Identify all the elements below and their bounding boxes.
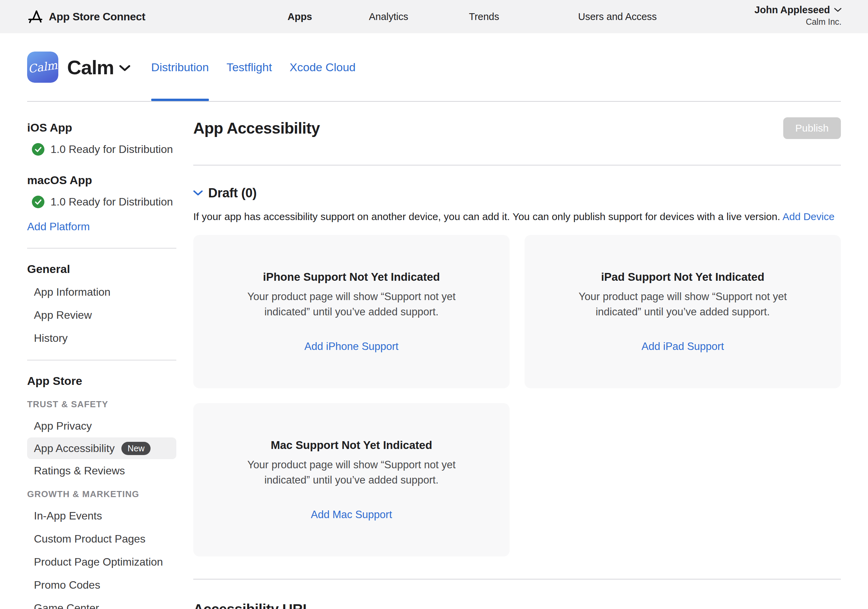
card-iphone-support-not-yet-indicated: iPhone Support Not Yet IndicatedYour pro… [193,235,510,388]
sidebar-item-app-privacy[interactable]: App Privacy [27,419,176,433]
page-title: App Accessibility [193,119,320,137]
sidebar-item-label: Ratings & Reviews [34,465,125,477]
card-title: Mac Support Not Yet Indicated [271,439,432,452]
add-iphone-support-link[interactable]: Add iPhone Support [304,341,399,353]
chevron-down-icon [834,8,842,12]
app-tabs: DistributionTestflightXcode Cloud [151,60,356,74]
sidebar-item-app-review[interactable]: App Review [27,308,176,322]
user-menu: John Appleseed Calm Inc. [755,5,842,27]
platform-status-ios-app[interactable]: 1.0 Ready for Distribution [27,143,176,156]
sidebar-item-product-page-optimization[interactable]: Product Page Optimization [27,555,176,569]
draft-collapse-chevron-icon[interactable] [193,190,203,196]
section-divider [193,579,841,580]
user-name: John Appleseed [755,5,830,15]
sidebar-group-label-growth-marketing: GROWTH & MARKETING [27,489,176,499]
add-mac-support-link[interactable]: Add Mac Support [311,508,392,521]
main-divider [193,165,841,166]
sidebar-general-items: App InformationApp ReviewHistory [27,285,176,345]
app-title: Calm [67,56,114,79]
sidebar-item-app-accessibility[interactable]: App AccessibilityNew [27,437,176,459]
sidebar-divider [27,360,176,361]
card-body: Your product page will show “Support not… [567,289,798,319]
ready-check-icon [32,143,44,156]
user-org: Calm Inc. [755,17,842,27]
calm-app-icon-art: Calm [27,51,58,83]
nav-trends[interactable]: Trends [469,0,499,33]
add-device-link[interactable]: Add Device [783,211,834,222]
topbar-nav: AppsAnalyticsTrendsUsers and Access [0,0,868,33]
card-body: Your product page will show “Support not… [236,289,467,319]
sidebar-item-label: Game Center [34,602,99,609]
nav-analytics[interactable]: Analytics [369,0,408,33]
user-name-button[interactable]: John Appleseed [755,5,842,15]
add-platform-link[interactable]: Add Platform [27,220,90,233]
sidebar-heading-general: General [27,262,176,276]
sidebar-item-custom-product-pages[interactable]: Custom Product Pages [27,532,176,545]
card-title: iPad Support Not Yet Indicated [601,271,764,284]
publish-button[interactable]: Publish [783,117,841,139]
card-ipad-support-not-yet-indicated: iPad Support Not Yet IndicatedYour produ… [524,235,841,388]
topbar: App Store Connect AppsAnalyticsTrendsUse… [0,0,868,33]
sidebar-item-label: Product Page Optimization [34,556,163,568]
platform-heading-macos-app: macOS App [27,173,176,187]
sidebar: iOS App1.0 Ready for DistributionmacOS A… [27,102,176,609]
platform-status-label: 1.0 Ready for Distribution [51,196,173,208]
accessibility-url-heading: Accessibility URL [193,601,841,609]
sidebar-item-app-information[interactable]: App Information [27,285,176,299]
sidebar-item-game-center[interactable]: Game Center [27,601,176,609]
platform-status-macos-app[interactable]: 1.0 Ready for Distribution [27,196,176,208]
tab-xcode-cloud[interactable]: Xcode Cloud [290,60,356,74]
sidebar-item-promo-codes[interactable]: Promo Codes [27,578,176,592]
sidebar-divider [27,248,176,248]
platform-status-label: 1.0 Ready for Distribution [51,143,173,156]
ready-check-icon [32,196,44,208]
sidebar-item-label: Custom Product Pages [34,533,146,545]
tab-testflight[interactable]: Testflight [226,60,272,74]
platform-heading-ios-app: iOS App [27,121,176,134]
draft-description: If your app has accessibility support on… [193,210,841,223]
nav-users-and-access[interactable]: Users and Access [578,0,657,33]
draft-heading: Draft (0) [208,186,257,200]
sidebar-platforms: iOS App1.0 Ready for DistributionmacOS A… [27,121,176,208]
tab-distribution[interactable]: Distribution [151,60,209,74]
page: App Store Connect AppsAnalyticsTrendsUse… [0,0,868,609]
new-badge: New [121,442,150,455]
card-mac-support-not-yet-indicated: Mac Support Not Yet IndicatedYour produc… [193,403,510,556]
sidebar-item-in-app-events[interactable]: In-App Events [27,509,176,522]
sidebar-group-label-trust-safety: TRUST & SAFETY [27,399,176,410]
sidebar-item-label: Promo Codes [34,579,100,591]
sidebar-groups: TRUST & SAFETYApp PrivacyApp Accessibili… [27,399,176,609]
support-cards: iPhone Support Not Yet IndicatedYour pro… [193,235,841,556]
calm-app-icon[interactable]: Calm [27,51,58,83]
card-title: iPhone Support Not Yet Indicated [263,271,440,284]
app-header: Calm Calm DistributionTestflightXcode Cl… [27,33,841,102]
sidebar-item-label: App Accessibility [34,442,115,455]
sidebar-item-history[interactable]: History [27,331,176,345]
app-switcher-chevron-icon[interactable] [119,65,130,73]
add-ipad-support-link[interactable]: Add iPad Support [642,341,724,353]
sidebar-heading-app-store: App Store [27,374,176,387]
draft-description-text: If your app has accessibility support on… [193,211,780,222]
card-body: Your product page will show “Support not… [236,457,467,488]
nav-apps[interactable]: Apps [288,0,312,33]
sidebar-item-label: In-App Events [34,510,102,522]
main-content: App Accessibility Publish Draft (0) If y… [193,102,841,609]
sidebar-item-label: App Privacy [34,420,92,432]
sidebar-item-ratings-reviews[interactable]: Ratings & Reviews [27,464,176,477]
